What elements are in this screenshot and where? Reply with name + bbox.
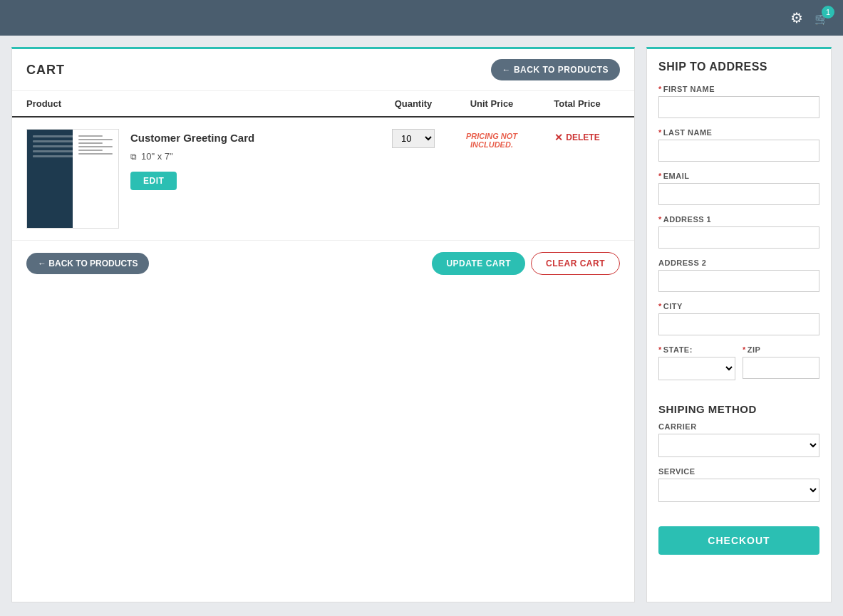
thumb-sidebar-line-3 [78,142,103,144]
email-group: *EMAIL [658,172,819,205]
thumb-sidebar-line-5 [78,150,103,151]
footer-action-btns: UPDATE CART CLEAR CART [432,252,620,275]
product-col: Customer Greeting Card 10" x 7" EDIT [26,129,378,229]
last-name-group: *LAST NAME [658,128,819,162]
copy-icon [130,151,137,162]
edit-button[interactable]: EDIT [130,172,177,190]
cart-panel: CART ← BACK TO PRODUCTS Product Quantity… [11,47,635,602]
delete-button[interactable]: ✕ DELETE [554,132,599,143]
city-label: *CITY [658,302,819,310]
thumb-sidebar-line-4 [78,146,113,147]
carrier-group: CARRIER UPS FedEx USPS [658,422,819,457]
carrier-label: CARRIER [658,422,819,431]
product-name: Customer Greeting Card [130,132,254,144]
header: 1 [0,0,843,36]
address1-label: *ADDRESS 1 [658,215,819,224]
zip-input[interactable] [743,357,819,379]
first-name-label: *FIRST NAME [658,85,819,93]
email-input[interactable] [658,183,819,205]
address2-group: ADDRESS 2 [658,259,819,292]
service-select[interactable]: Ground Express Overnight [658,479,819,502]
state-select[interactable]: AL AK CA NY TX [658,357,735,380]
product-size: 10" x 7" [130,151,254,162]
first-name-group: *FIRST NAME [658,85,819,118]
required-star-email: * [658,172,662,180]
service-label: SERVICE [658,467,819,476]
back-to-products-btn-top[interactable]: ← BACK TO PRODUCTS [491,59,620,80]
state-group: *STATE: AL AK CA NY TX [658,345,735,380]
shipping-method-title: SHIPING METHOD [658,403,819,415]
delete-label: DELETE [566,132,599,142]
quantity-col: 10 1 2 5 20 50 [378,129,449,148]
cart-header: CART ← BACK TO PRODUCTS [12,49,634,91]
zip-label: *ZIP [743,345,819,354]
first-name-input[interactable] [658,96,819,118]
thumb-sidebar [73,130,118,228]
cart-footer: ← BACK TO PRODUCTS UPDATE CART CLEAR CAR… [12,241,634,286]
delete-x-icon: ✕ [554,132,563,143]
required-star-zip: * [743,345,746,354]
address1-input[interactable] [658,226,819,249]
col-product-header: Product [26,98,378,109]
checkout-button[interactable]: CHECKOUT [658,526,819,555]
state-zip-row: *STATE: AL AK CA NY TX *ZIP [658,345,819,390]
update-cart-button[interactable]: UPDATE CART [432,252,525,275]
thumb-sidebar-line-2 [78,139,113,140]
required-star-first-name: * [658,85,662,93]
unit-price-col: PRICING NOT INCLUDED. [449,129,534,149]
clear-cart-button[interactable]: CLEAR CART [531,252,620,275]
city-group: *CITY [658,302,819,335]
back-to-products-btn-bottom[interactable]: ← BACK TO PRODUCTS [26,253,149,274]
state-label: *STATE: [658,345,735,354]
required-star-address1: * [658,215,662,224]
ship-to-address-title: SHIP TO ADDRESS [658,61,819,73]
address2-label: ADDRESS 2 [658,259,819,267]
cart-table-header: Product Quantity Unit Price Total Price [12,91,634,118]
product-info: Customer Greeting Card 10" x 7" EDIT [130,129,254,190]
thumb-sidebar-line-6 [78,153,113,155]
main-container: CART ← BACK TO PRODUCTS Product Quantity… [0,36,843,614]
address2-input[interactable] [658,270,819,292]
required-star-state: * [658,345,662,354]
zip-group: *ZIP [743,345,819,380]
required-star-city: * [658,302,662,310]
last-name-label: *LAST NAME [658,128,819,137]
carrier-select[interactable]: UPS FedEx USPS [658,434,819,457]
gear-icon[interactable] [790,9,803,26]
product-size-value: 10" x 7" [141,151,173,162]
cart-badge: 1 [822,6,834,19]
thumb-sidebar-line-1 [78,135,103,137]
service-group: SERVICE Ground Express Overnight [658,467,819,502]
total-price-col: ✕ DELETE [534,129,620,143]
required-star-last-name: * [658,128,662,137]
ship-panel: SHIP TO ADDRESS *FIRST NAME *LAST NAME *… [646,47,832,602]
col-quantity-header: Quantity [378,98,449,109]
cart-title: CART [26,63,65,78]
col-unit-price-header: Unit Price [449,98,534,109]
col-total-price-header: Total Price [534,98,620,109]
table-row: Customer Greeting Card 10" x 7" EDIT 10 … [12,118,634,241]
city-input[interactable] [658,313,819,335]
last-name-input[interactable] [658,140,819,162]
pricing-not-included: PRICING NOT INCLUDED. [449,132,534,149]
cart-icon-wrapper[interactable]: 1 [814,10,829,26]
quantity-select[interactable]: 10 1 2 5 20 50 [392,129,435,148]
address1-group: *ADDRESS 1 [658,215,819,249]
product-thumbnail [26,129,119,229]
email-label: *EMAIL [658,172,819,180]
